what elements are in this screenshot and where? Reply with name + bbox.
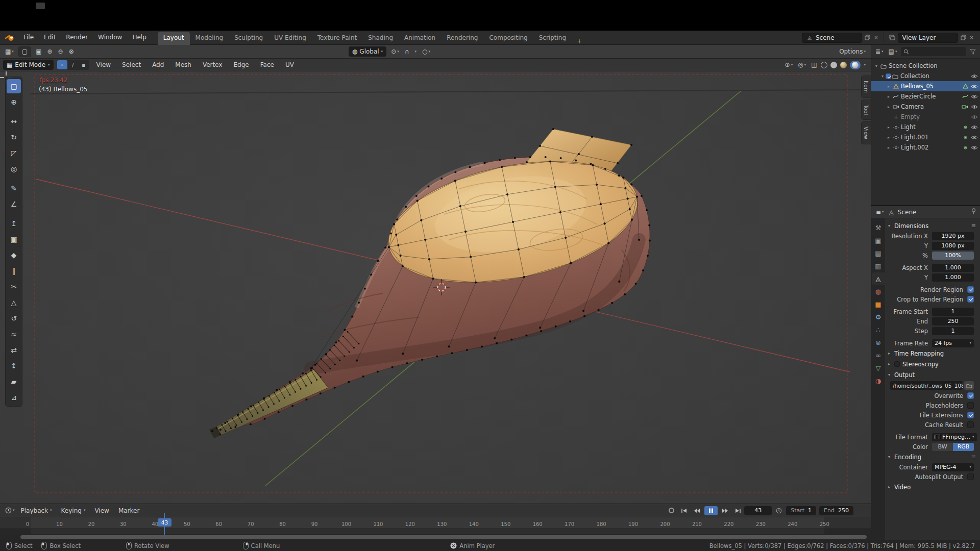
timeline-ruler[interactable]: 43 0102030405060708090100110120130140150… [0, 517, 871, 529]
mode-dropdown[interactable]: ▦ Edit Mode ▾ [3, 60, 54, 70]
tool-annotate[interactable]: ✎ [7, 181, 21, 195]
output-path-field[interactable]: /home/south/..ows_05_1080 [890, 381, 963, 390]
aspect-y-field[interactable]: 1.000 [932, 273, 974, 282]
tool-rip-region[interactable]: ⊿ [7, 390, 21, 405]
stereoscopy-checkbox[interactable] [894, 361, 900, 367]
eye-icon[interactable] [971, 84, 978, 89]
viewport-menu-select[interactable]: Select [118, 61, 145, 68]
shading-wireframe-button[interactable] [821, 62, 827, 68]
outliner-row-light-001[interactable]: ▸ Light.001 [871, 132, 980, 142]
collection-checkbox[interactable] [886, 73, 891, 79]
options-dropdown[interactable]: Options▾ [838, 48, 867, 55]
properties-tab-material[interactable]: ◑ [872, 374, 885, 387]
next-keyframe-button[interactable] [720, 506, 730, 515]
panel-stereoscopy[interactable]: ▸ Stereoscopy [885, 359, 980, 369]
frame-end-field[interactable]: End250 [819, 506, 853, 515]
workspace-tab-sculpting[interactable]: Sculpting [229, 32, 268, 45]
timeline-editor-type-button[interactable]: ▾ [4, 507, 16, 514]
timeline-menu-playback[interactable]: Playback▾ [17, 507, 56, 514]
aspect-x-field[interactable]: 1.000 [932, 264, 974, 272]
color-rgb-button[interactable]: RGB [953, 443, 974, 451]
use-preview-range-icon[interactable] [775, 508, 783, 514]
outliner-row-bellows[interactable]: ▸ Bellows_05 [871, 81, 980, 91]
shading-material-button[interactable] [840, 62, 847, 68]
outliner-row-camera[interactable]: ▸ Camera [871, 102, 980, 112]
crop-region-checkbox[interactable] [967, 296, 974, 303]
active-tool-chip[interactable]: ▢ [18, 46, 31, 57]
new-scene-button[interactable] [864, 35, 871, 40]
delete-scene-button[interactable]: × [873, 35, 879, 40]
workspace-tab-animation[interactable]: Animation [399, 32, 441, 45]
face-select-button[interactable]: ▪ [79, 60, 89, 69]
add-workspace-button[interactable]: + [572, 38, 587, 45]
tool-poly-build[interactable]: △ [7, 295, 21, 310]
properties-tab-output[interactable]: ▤ [872, 247, 885, 259]
current-frame-field[interactable]: 43 [744, 506, 772, 515]
tool-bevel[interactable]: ◆ [7, 248, 21, 262]
outliner-row-empty[interactable]: Empty [871, 112, 980, 122]
scene-selector[interactable]: ◬ Scene [802, 33, 862, 43]
tool-scale[interactable]: ◸ [7, 146, 21, 160]
snap-magnet-icon[interactable]: ∩ [404, 48, 410, 55]
viewport-menu-view[interactable]: View [92, 61, 115, 68]
blender-logo-icon[interactable] [0, 34, 18, 41]
properties-tab-world[interactable]: ◍ [872, 285, 885, 297]
shading-solid-button[interactable] [830, 62, 837, 68]
sidebar-tab-tool[interactable]: Tool [861, 99, 871, 120]
workspace-tab-modeling[interactable]: Modeling [190, 32, 229, 45]
sidebar-tab-view[interactable]: View [861, 121, 871, 144]
properties-tab-view-layer[interactable]: ▥ [872, 260, 885, 272]
show-overlays-dropdown[interactable]: ◎▾ [797, 61, 807, 68]
select-set-icon[interactable]: ▣ [35, 48, 42, 55]
tool-shear[interactable]: ▰ [7, 374, 21, 389]
vertex-select-button[interactable]: ◦ [57, 60, 67, 69]
show-gizmo-dropdown[interactable]: ⊕▾ [784, 61, 794, 68]
panel-encoding[interactable]: ▾ Encoding ≡ [885, 452, 980, 462]
proportional-editing-icon[interactable]: ○▾ [421, 48, 431, 55]
menu-help[interactable]: Help [127, 31, 151, 44]
viewport-canvas[interactable]: fps 23.42 (43) Bellows_05 ▢ ⊕ ↔ ↻ ◸ [0, 71, 871, 504]
viewport-menu-edge[interactable]: Edge [230, 61, 253, 68]
tool-move[interactable]: ↔ [7, 114, 21, 129]
eye-icon[interactable] [971, 105, 978, 109]
menu-edit[interactable]: Edit [39, 31, 61, 44]
color-bw-button[interactable]: BW [932, 443, 953, 451]
view-layer-selector[interactable]: View Layer [898, 33, 958, 43]
tool-knife[interactable]: ✂ [7, 280, 21, 294]
add-view-layer-button[interactable] [960, 35, 967, 40]
timeline-track[interactable] [0, 529, 871, 534]
encoding-presets-icon[interactable]: ≡ [971, 454, 976, 460]
select-intersect-icon[interactable]: ⊗ [68, 48, 75, 55]
workspace-tab-texture-paint[interactable]: Texture Paint [312, 32, 362, 45]
auto-keying-button[interactable] [669, 508, 674, 513]
tool-transform[interactable]: ◎ [7, 162, 21, 176]
tool-extrude-region[interactable]: ↥ [7, 216, 21, 231]
window-icon[interactable] [36, 3, 45, 9]
outliner-row-collection[interactable]: ▾ Collection [871, 71, 980, 81]
outliner-row-light[interactable]: ▸ Light [871, 122, 980, 132]
orientation-dropdown[interactable]: ◍ Global ▾ [349, 46, 386, 57]
properties-tab-object-data[interactable]: ▽ [872, 362, 885, 374]
workspace-tab-uv-editing[interactable]: UV Editing [268, 32, 312, 45]
properties-tab-object[interactable]: ■ [872, 298, 885, 310]
previous-keyframe-button[interactable] [692, 506, 702, 515]
properties-tab-particles[interactable]: ∴ [872, 323, 885, 336]
outliner-row-beziercircle[interactable]: ▸ BezierCircle [871, 91, 980, 102]
file-extensions-checkbox[interactable] [967, 412, 974, 418]
edge-select-button[interactable]: ∕ [68, 60, 78, 69]
properties-editor-type-button[interactable]: ≡▾ [875, 209, 885, 216]
properties-tab-scene[interactable]: ◬ [872, 272, 885, 285]
overwrite-checkbox[interactable] [967, 392, 974, 399]
frame-step-field[interactable]: 1 [932, 327, 974, 335]
pivot-point-dropdown[interactable]: ⊙▾ [390, 48, 400, 55]
timeline-menu-marker[interactable]: Marker [114, 507, 143, 514]
browse-folder-button[interactable] [964, 381, 974, 390]
properties-tab-physics[interactable]: ⊚ [872, 336, 885, 348]
file-format-dropdown[interactable]: FFmpeg… ▾ [932, 433, 977, 441]
tool-shrink-fatten[interactable]: ↕ [7, 359, 21, 373]
sidebar-tab-item[interactable]: Item [861, 76, 871, 98]
tool-spin[interactable]: ↺ [7, 311, 21, 325]
panel-video[interactable]: ▸ Video [885, 482, 980, 492]
eye-icon[interactable] [971, 74, 978, 79]
cache-result-checkbox[interactable] [967, 421, 974, 428]
